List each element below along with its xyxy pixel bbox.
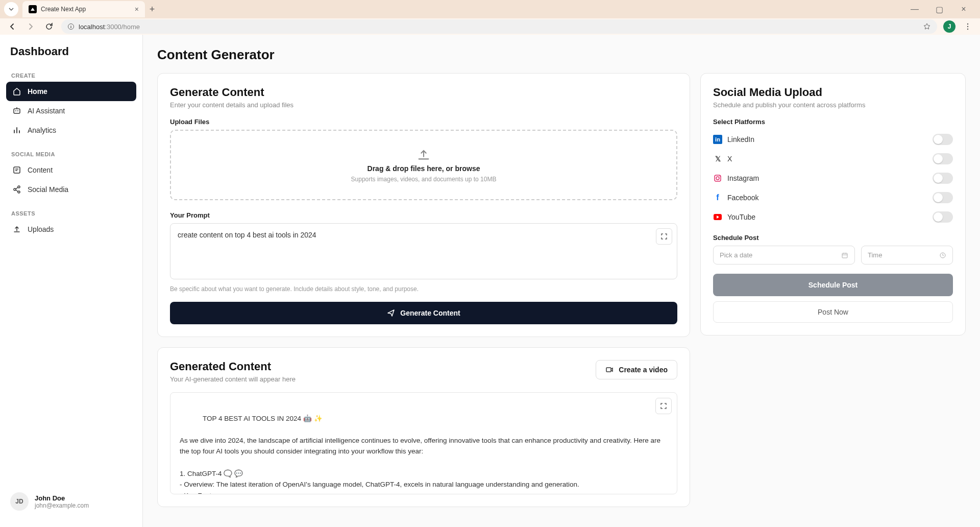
toggle-instagram[interactable]: [933, 173, 953, 184]
toggle-youtube[interactable]: [933, 211, 953, 223]
toggle-linkedin[interactable]: [933, 134, 953, 145]
bot-icon: [12, 106, 21, 115]
prompt-input[interactable]: [170, 223, 677, 279]
generated-output: TOP 4 BEST AI TOOLS IN 2024 🤖 ✨ As we di…: [170, 392, 677, 494]
svg-point-8: [14, 188, 16, 190]
share-icon: [12, 185, 21, 194]
browser-chrome: Create Next App × + — ▢ × localhost:3000…: [0, 0, 980, 35]
svg-point-1: [967, 23, 968, 25]
tab-close-button[interactable]: ×: [135, 5, 139, 13]
site-info-icon: [67, 23, 75, 30]
sidebar-item-home[interactable]: Home: [6, 82, 136, 101]
svg-rect-7: [14, 167, 20, 173]
profile-badge[interactable]: J: [943, 20, 955, 33]
app: Dashboard CREATE Home AI Assistant Analy…: [0, 35, 980, 527]
dropzone-text: Drag & drop files here, or browse: [368, 164, 480, 173]
svg-point-6: [17, 110, 18, 111]
main-content: Content Generator Generate Content Enter…: [143, 35, 980, 527]
social-subtitle: Schedule and publish your content across…: [713, 101, 953, 109]
sidebar-item-label: AI Assistant: [28, 107, 65, 115]
tab-bar: Create Next App × + — ▢ ×: [0, 0, 980, 18]
address-bar: localhost:3000/home J: [0, 18, 980, 35]
reload-button[interactable]: [43, 20, 55, 33]
social-title: Social Media Upload: [713, 86, 953, 99]
date-placeholder: Pick a date: [720, 251, 752, 259]
sidebar-item-content[interactable]: Content: [6, 160, 136, 180]
svg-point-10: [18, 191, 20, 193]
window-controls: — ▢ ×: [904, 2, 980, 16]
forward-button[interactable]: [24, 20, 37, 33]
browser-menu-button[interactable]: [962, 20, 974, 33]
svg-point-13: [716, 177, 719, 180]
svg-rect-16: [842, 253, 847, 258]
platform-row-instagram: Instagram: [713, 169, 953, 188]
post-now-button[interactable]: Post Now: [713, 301, 953, 323]
generate-subtitle: Enter your content details and upload fi…: [170, 101, 677, 109]
sidebar-item-uploads[interactable]: Uploads: [6, 220, 136, 239]
generated-title: Generated Content: [170, 360, 296, 373]
close-window-button[interactable]: ×: [953, 2, 974, 16]
expand-output-button[interactable]: [655, 398, 672, 414]
time-picker[interactable]: Time: [861, 246, 953, 265]
toggle-x[interactable]: [933, 153, 953, 164]
upload-dropzone[interactable]: Drag & drop files here, or browse Suppor…: [170, 130, 677, 200]
sidebar-section-create: CREATE: [6, 68, 136, 82]
platform-row-facebook: f Facebook: [713, 188, 953, 207]
user-avatar: JD: [10, 492, 29, 511]
generated-body: TOP 4 BEST AI TOOLS IN 2024 🤖 ✨ As we di…: [180, 415, 663, 494]
expand-prompt-button[interactable]: [656, 228, 672, 245]
bookmark-icon[interactable]: [923, 22, 931, 31]
sidebar: Dashboard CREATE Home AI Assistant Analy…: [0, 35, 143, 527]
sidebar-item-label: Content: [28, 166, 53, 174]
x-icon: 𝕏: [713, 154, 722, 163]
svg-point-3: [967, 29, 968, 30]
toggle-facebook[interactable]: [933, 192, 953, 203]
schedule-post-button[interactable]: Schedule Post: [713, 274, 953, 296]
create-video-label: Create a video: [619, 366, 668, 374]
maximize-button[interactable]: ▢: [929, 2, 949, 16]
upload-label: Upload Files: [170, 118, 677, 126]
sidebar-item-label: Social Media: [28, 185, 68, 194]
sidebar-section-assets: ASSETS: [6, 206, 136, 220]
new-tab-button[interactable]: +: [145, 2, 159, 16]
generated-subtitle: Your AI-generated content will appear he…: [170, 375, 296, 383]
platform-row-x: 𝕏 X: [713, 149, 953, 169]
sidebar-item-social-media[interactable]: Social Media: [6, 180, 136, 199]
schedule-label: Schedule Post: [713, 234, 953, 242]
browser-tab[interactable]: Create Next App ×: [22, 1, 145, 17]
back-button[interactable]: [6, 20, 18, 33]
sidebar-item-analytics[interactable]: Analytics: [6, 121, 136, 140]
tab-search-button[interactable]: [4, 2, 18, 16]
select-platforms-label: Select Platforms: [713, 118, 953, 126]
svg-rect-11: [606, 368, 611, 372]
upload-icon: [12, 225, 21, 234]
create-video-button[interactable]: Create a video: [596, 360, 677, 379]
date-picker[interactable]: Pick a date: [713, 246, 855, 265]
sidebar-item-ai-assistant[interactable]: AI Assistant: [6, 101, 136, 121]
sidebar-section-social: SOCIAL MEDIA: [6, 147, 136, 160]
url-text: localhost:3000/home: [79, 23, 140, 31]
platform-name: X: [727, 155, 732, 163]
calendar-icon: [841, 252, 848, 259]
page-title: Content Generator: [157, 47, 966, 63]
platform-row-youtube: YouTube: [713, 207, 953, 227]
generate-button[interactable]: Generate Content: [170, 302, 677, 324]
svg-point-14: [719, 176, 720, 177]
sidebar-user[interactable]: JD John Doe john@example.com: [6, 486, 136, 517]
facebook-icon: f: [713, 193, 722, 202]
social-upload-card: Social Media Upload Schedule and publish…: [700, 73, 966, 336]
platform-name: YouTube: [727, 213, 755, 221]
home-icon: [12, 87, 21, 96]
content-icon: [12, 165, 21, 175]
prompt-label: Your Prompt: [170, 211, 677, 219]
dropzone-subtext: Supports images, videos, and documents u…: [351, 176, 497, 183]
user-email: john@example.com: [35, 502, 89, 509]
url-bar[interactable]: localhost:3000/home: [61, 19, 937, 34]
tab-title: Create Next App: [41, 6, 131, 13]
upload-cloud-icon: [416, 147, 431, 161]
svg-point-9: [18, 186, 20, 188]
analytics-icon: [12, 126, 21, 135]
send-icon: [387, 309, 395, 317]
minimize-button[interactable]: —: [904, 2, 925, 16]
generated-card: Generated Content Your AI-generated cont…: [157, 347, 690, 507]
